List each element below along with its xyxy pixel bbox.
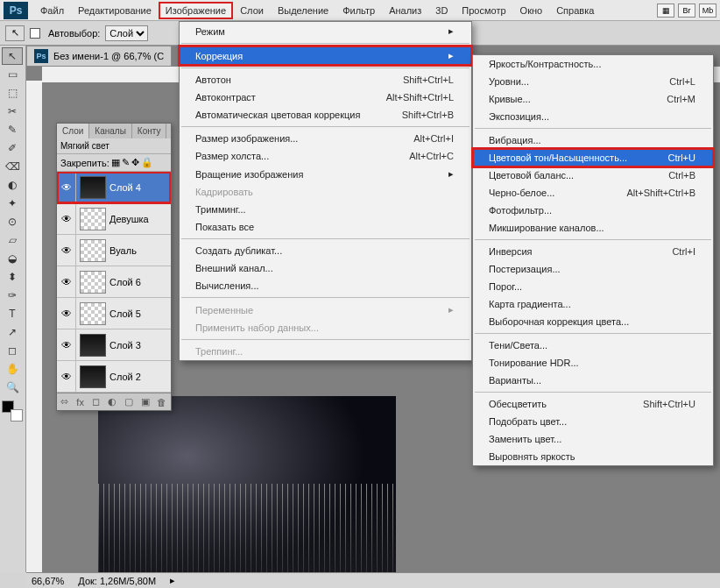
new-layer-icon[interactable]: ▣: [141, 396, 150, 407]
menu-item[interactable]: Вибрация...: [473, 131, 713, 149]
layer-row[interactable]: 👁Девушка: [57, 203, 171, 235]
menu-item[interactable]: Вращение изображения▸: [180, 165, 471, 183]
trash-icon[interactable]: 🗑: [157, 397, 166, 407]
layer-thumbnail[interactable]: [80, 239, 106, 262]
menu-item[interactable]: Автоматическая цветовая коррекцияShift+C…: [180, 106, 471, 124]
layer-thumbnail[interactable]: [80, 334, 106, 357]
tab-paths[interactable]: Конту: [132, 124, 167, 138]
tool-1[interactable]: ▭: [2, 66, 23, 83]
menu-item[interactable]: Постеризация...: [473, 260, 713, 278]
menu-редактирование[interactable]: Редактирование: [71, 2, 159, 19]
adjustment-icon[interactable]: ◐: [108, 396, 116, 407]
tool-3[interactable]: ✂: [2, 103, 23, 120]
layer-row[interactable]: 👁Слой 2: [57, 361, 171, 393]
blend-mode[interactable]: Мягкий свет: [57, 138, 171, 154]
menu-item[interactable]: Цветовой баланс...Ctrl+B: [473, 166, 713, 184]
tool-15[interactable]: ↗: [2, 323, 23, 341]
tool-8[interactable]: ✦: [2, 195, 23, 212]
bridge-icon[interactable]: Br: [678, 4, 695, 18]
lock-move-icon[interactable]: ✥: [131, 157, 139, 168]
visibility-icon[interactable]: 👁: [57, 266, 76, 297]
menu-item[interactable]: Размер изображения...Alt+Ctrl+I: [180, 130, 471, 147]
tool-7[interactable]: ◐: [2, 176, 23, 194]
menu-item[interactable]: Вычисления...: [180, 277, 471, 294]
layer-thumbnail[interactable]: [80, 302, 106, 325]
menu-анализ[interactable]: Анализ: [382, 2, 428, 19]
menu-item[interactable]: Тонирование HDR...: [473, 354, 713, 372]
menu-выделение[interactable]: Выделение: [271, 2, 335, 19]
visibility-icon[interactable]: 👁: [57, 172, 76, 202]
menu-item[interactable]: Выборочная коррекция цвета...: [473, 313, 713, 330]
menu-item[interactable]: Создать дубликат...: [180, 242, 471, 259]
menu-item[interactable]: Цветовой тон/Насыщенность...Ctrl+U: [473, 149, 713, 166]
menu-item[interactable]: ОбесцветитьShift+Ctrl+U: [473, 395, 713, 413]
menu-item[interactable]: Тримминг...: [180, 201, 471, 218]
menu-файл[interactable]: Файл: [33, 2, 71, 19]
tool-13[interactable]: ✑: [2, 287, 23, 304]
layer-row[interactable]: 👁Слой 4: [57, 172, 171, 203]
menu-изображение[interactable]: Изображение: [159, 2, 233, 19]
lock-brush-icon[interactable]: ✎: [122, 157, 130, 168]
statusbar-arrow-icon[interactable]: ▸: [170, 575, 175, 586]
menu-item[interactable]: Кривые...Ctrl+M: [473, 90, 713, 108]
menu-фильтр[interactable]: Фильтр: [335, 2, 382, 19]
workspace-icon[interactable]: ▦: [657, 4, 674, 18]
tool-14[interactable]: T: [2, 305, 23, 322]
menu-item[interactable]: Подобрать цвет...: [473, 413, 713, 430]
menu-item[interactable]: Режим▸: [180, 22, 471, 40]
menu-item[interactable]: Порог...: [473, 278, 713, 295]
menu-item[interactable]: Экспозиция...: [473, 108, 713, 125]
menu-3d[interactable]: 3D: [428, 2, 455, 19]
layer-row[interactable]: 👁Слой 6: [57, 266, 171, 298]
lock-pixels-icon[interactable]: ▦: [111, 157, 120, 168]
menu-окно[interactable]: Окно: [513, 2, 550, 19]
tool-9[interactable]: ⊙: [2, 213, 23, 230]
tool-4[interactable]: ✎: [2, 121, 23, 138]
autoselect-checkbox[interactable]: [30, 28, 40, 39]
tool-5[interactable]: ✐: [2, 139, 23, 157]
tool-12[interactable]: ⬍: [2, 268, 23, 286]
mask-icon[interactable]: ◻: [92, 396, 100, 407]
menu-item[interactable]: Черно-белое...Alt+Shift+Ctrl+B: [473, 184, 713, 202]
tool-6[interactable]: ⌫: [2, 158, 23, 175]
document-tab[interactable]: Ps Без имени-1 @ 66,7% (С: [26, 46, 172, 67]
menu-item[interactable]: Внешний канал...: [180, 259, 471, 277]
menu-item[interactable]: Фотофильтр...: [473, 202, 713, 219]
tab-channels[interactable]: Каналы: [89, 124, 132, 138]
visibility-icon[interactable]: 👁: [57, 203, 76, 234]
tool-16[interactable]: ◻: [2, 342, 23, 359]
tool-0[interactable]: ↖: [2, 47, 23, 65]
layer-row[interactable]: 👁Слой 5: [57, 298, 171, 329]
lock-all-icon[interactable]: 🔒: [141, 157, 153, 168]
zoom-level[interactable]: 66,67%: [32, 576, 64, 586]
tool-2[interactable]: ⬚: [2, 84, 23, 102]
menu-item[interactable]: Размер холста...Alt+Ctrl+C: [180, 147, 471, 165]
tool-18[interactable]: 🔍: [2, 379, 23, 396]
tool-17[interactable]: ✋: [2, 360, 23, 378]
autoselect-select[interactable]: Слой: [105, 25, 148, 41]
menu-просмотр[interactable]: Просмотр: [455, 2, 512, 19]
visibility-icon[interactable]: 👁: [57, 329, 76, 360]
menu-item[interactable]: ИнверсияCtrl+I: [473, 243, 713, 260]
menu-справка[interactable]: Справка: [549, 2, 601, 19]
folder-icon[interactable]: ▢: [124, 396, 133, 407]
visibility-icon[interactable]: 👁: [57, 298, 76, 329]
tool-11[interactable]: ◒: [2, 250, 23, 267]
menu-item[interactable]: Выровнять яркость: [473, 448, 713, 465]
tool-10[interactable]: ▱: [2, 231, 23, 249]
layer-thumbnail[interactable]: [80, 271, 106, 294]
link-icon[interactable]: ⬄: [60, 396, 68, 407]
color-swatches[interactable]: [2, 400, 23, 422]
menu-item[interactable]: Варианты...: [473, 372, 713, 389]
fx-icon[interactable]: fx: [76, 397, 84, 407]
menu-item[interactable]: Заменить цвет...: [473, 430, 713, 448]
tab-layers[interactable]: Слои: [57, 124, 89, 138]
menu-item[interactable]: Яркость/Контрастность...: [473, 55, 713, 73]
menu-item[interactable]: АвтотонShift+Ctrl+L: [180, 71, 471, 89]
menu-item[interactable]: Карта градиента...: [473, 295, 713, 313]
menu-item[interactable]: Коррекция▸: [180, 46, 471, 65]
layer-row[interactable]: 👁Слой 3: [57, 329, 171, 361]
layer-thumbnail[interactable]: [80, 208, 106, 230]
menu-слои[interactable]: Слои: [233, 2, 271, 19]
layer-thumbnail[interactable]: [80, 176, 106, 199]
